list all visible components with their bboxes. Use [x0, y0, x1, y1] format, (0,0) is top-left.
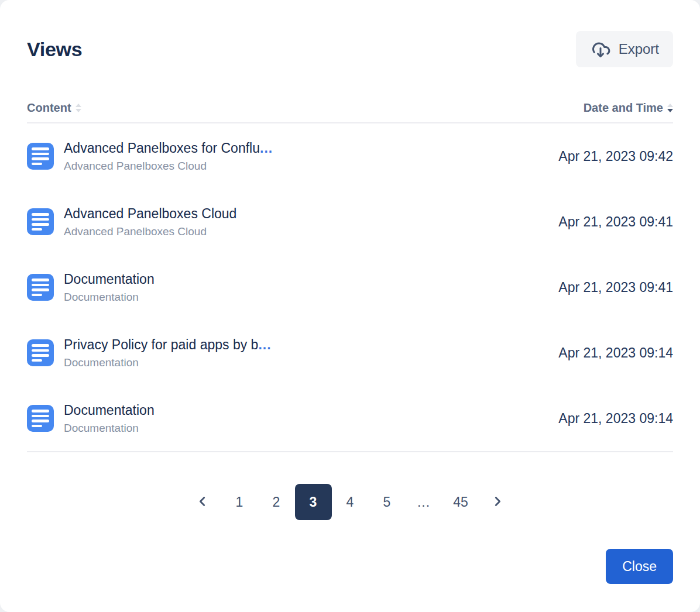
- truncation-ellipsis: ...: [258, 337, 271, 352]
- previous-page-button[interactable]: [184, 484, 221, 520]
- page-button-5[interactable]: 5: [369, 484, 406, 520]
- row-content: Documentation Documentation: [64, 403, 547, 435]
- page-button-4[interactable]: 4: [332, 484, 369, 520]
- table-row[interactable]: Documentation Documentation Apr 21, 2023…: [27, 255, 673, 320]
- view-datetime: Apr 21, 2023 09:41: [558, 280, 673, 295]
- document-icon: [27, 274, 54, 301]
- content-title-link[interactable]: Documentation: [64, 403, 547, 418]
- document-icon: [27, 208, 54, 235]
- table-row[interactable]: Privacy Policy for paid apps by b... Doc…: [27, 320, 673, 386]
- next-page-button[interactable]: [479, 484, 516, 520]
- content-space-label: Documentation: [64, 356, 547, 369]
- table-row[interactable]: Documentation Documentation Apr 21, 2023…: [27, 386, 673, 451]
- dialog-header: Views Export: [27, 31, 673, 67]
- row-content: Privacy Policy for paid apps by b... Doc…: [64, 337, 547, 369]
- export-button[interactable]: Export: [576, 31, 673, 67]
- views-table: Advanced Panelboxes for Conflu... Advanc…: [27, 123, 673, 452]
- page-button-1[interactable]: 1: [221, 484, 258, 520]
- column-header-content-label: Content: [27, 101, 71, 115]
- content-title-link[interactable]: Documentation: [64, 271, 547, 287]
- view-datetime: Apr 21, 2023 09:14: [558, 345, 673, 361]
- table-row[interactable]: Advanced Panelboxes for Conflu... Advanc…: [27, 123, 673, 189]
- cloud-download-icon: [590, 39, 611, 59]
- row-content: Advanced Panelboxes for Conflu... Advanc…: [64, 140, 547, 173]
- pagination: 1 2 3 4 5 ... 45: [27, 484, 673, 520]
- chevron-left-icon: [196, 495, 209, 510]
- document-icon: [27, 405, 54, 432]
- sort-arrows-icon: [76, 104, 81, 112]
- page-button-2[interactable]: 2: [258, 484, 295, 520]
- content-title-link[interactable]: Advanced Panelboxes for Conflu...: [64, 140, 547, 156]
- truncation-ellipsis: ...: [260, 140, 273, 156]
- dialog-footer: Close: [27, 549, 673, 584]
- column-header-date-time-label: Date and Time: [584, 101, 663, 115]
- column-header-date-time[interactable]: Date and Time: [584, 101, 673, 115]
- document-icon: [27, 339, 54, 366]
- page-button-3-current[interactable]: 3: [295, 484, 332, 520]
- page-button-45[interactable]: 45: [442, 484, 479, 520]
- page-title: Views: [27, 38, 82, 61]
- view-datetime: Apr 21, 2023 09:42: [558, 149, 673, 164]
- content-title-link[interactable]: Privacy Policy for paid apps by b...: [64, 337, 547, 353]
- export-button-label: Export: [619, 41, 659, 57]
- sort-arrows-icon-desc-active: [667, 104, 673, 112]
- column-header-content[interactable]: Content: [27, 101, 81, 115]
- chevron-right-icon: [491, 495, 504, 510]
- content-space-label: Advanced Panelboxes Cloud: [64, 225, 547, 238]
- table-header-row: Content Date and Time: [27, 101, 673, 123]
- close-button[interactable]: Close: [606, 549, 673, 584]
- row-content: Documentation Documentation: [64, 271, 547, 304]
- content-title-link[interactable]: Advanced Panelboxes Cloud: [64, 206, 547, 222]
- view-datetime: Apr 21, 2023 09:41: [558, 214, 673, 230]
- pagination-ellipsis: ...: [406, 484, 442, 520]
- document-icon: [27, 143, 54, 170]
- row-content: Advanced Panelboxes Cloud Advanced Panel…: [64, 206, 547, 238]
- table-row[interactable]: Advanced Panelboxes Cloud Advanced Panel…: [27, 189, 673, 255]
- content-space-label: Advanced Panelboxes Cloud: [64, 160, 547, 173]
- content-space-label: Documentation: [64, 291, 547, 304]
- content-space-label: Documentation: [64, 422, 547, 435]
- view-datetime: Apr 21, 2023 09:14: [558, 411, 673, 427]
- views-dialog: Views Export Content Date and Time: [0, 0, 700, 612]
